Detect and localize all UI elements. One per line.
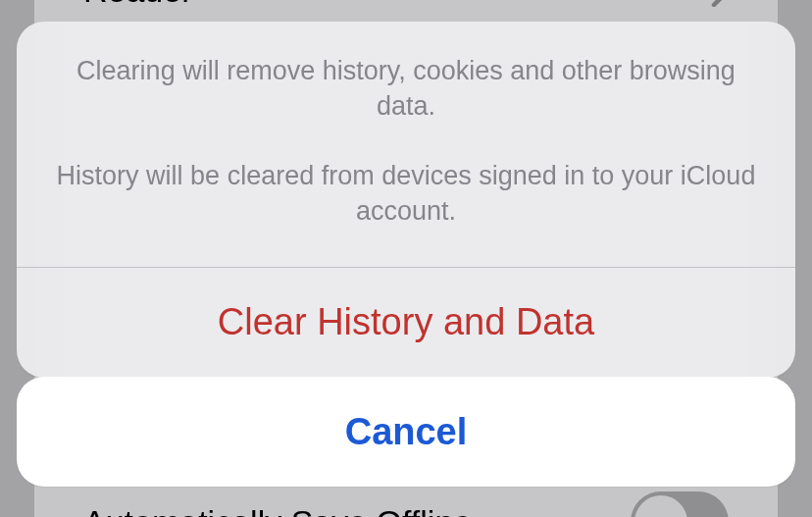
chevron-right-icon (711, 0, 729, 4)
clear-history-label: Clear History and Data (218, 301, 594, 343)
action-sheet: Clearing will remove history, cookies an… (17, 22, 795, 378)
action-sheet-message: Clearing will remove history, cookies an… (17, 22, 795, 268)
message-line-2: History will be cleared from devices sig… (56, 158, 756, 230)
cancel-label: Cancel (345, 411, 468, 453)
cancel-button[interactable]: Cancel (17, 377, 795, 487)
clear-history-button[interactable]: Clear History and Data (17, 268, 795, 378)
settings-row-label: Reader (83, 0, 193, 10)
settings-row-label: Automatically Save Offline (83, 503, 472, 518)
message-line-1: Clearing will remove history, cookies an… (76, 56, 736, 121)
toggle-switch (631, 491, 729, 517)
